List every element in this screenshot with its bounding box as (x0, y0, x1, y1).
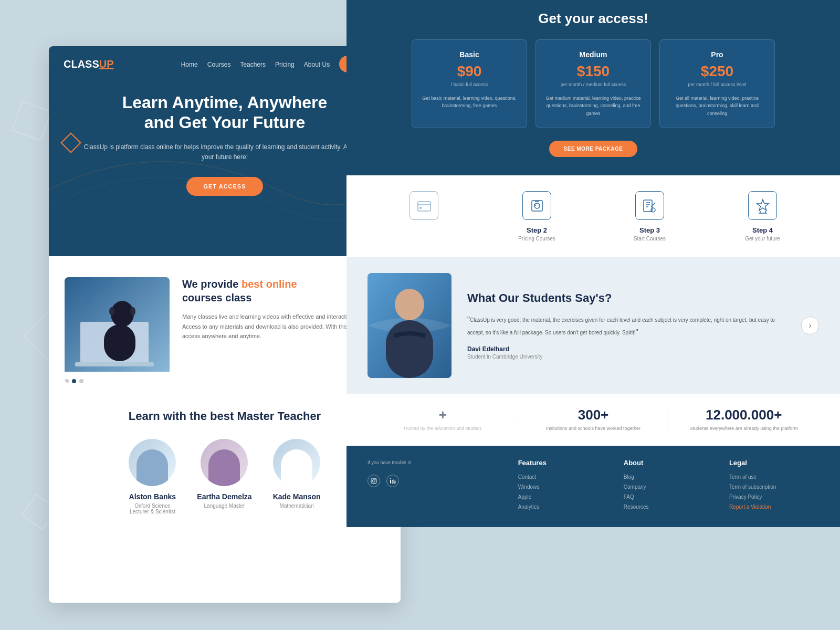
teacher-role-1: Oxford Science Lecturer & Scientist (129, 503, 176, 514)
pricing-card-medium: Medium $150 per month / medium full acce… (536, 39, 651, 128)
bg-decor-1 (12, 101, 52, 141)
teacher-avatar-2 (201, 439, 248, 486)
svg-rect-8 (418, 202, 430, 211)
footer-link-windows[interactable]: Windows (518, 484, 608, 490)
stats-section: + Trusted by the education and student. … (346, 394, 840, 446)
see-more-button[interactable]: SEE MORE PACKAGE (549, 141, 638, 157)
svg-rect-20 (390, 480, 391, 484)
courses-image-placeholder (65, 277, 170, 372)
svg-rect-3 (75, 362, 154, 366)
plan-name-medium: Medium (545, 50, 641, 59)
linkedin-icon[interactable] (386, 475, 399, 487)
courses-image (65, 277, 170, 383)
footer-contact-text: If you have trouble in (368, 459, 502, 466)
svg-rect-16 (386, 320, 433, 378)
step-label-4: Step 4 (706, 226, 819, 234)
footer-link-faq[interactable]: FAQ (624, 494, 713, 500)
footer-left: If you have trouble in (368, 459, 502, 514)
svg-rect-5 (104, 324, 135, 361)
plan-name-pro: Pro (669, 50, 765, 59)
nav-courses[interactable]: Courses (207, 61, 231, 68)
hero-description: ClassUp is platform class online for hel… (80, 142, 369, 162)
testimonial-person-image (368, 273, 452, 378)
step-icon-3 (635, 191, 664, 220)
teacher-avatar-1 (129, 439, 176, 486)
footer-legal-title: Legal (729, 459, 819, 467)
footer-link-report-violation[interactable]: Report a Violation (729, 504, 819, 510)
step-label-3: Step 3 (593, 226, 706, 234)
step-icon-1 (410, 191, 438, 220)
plan-period-basic: / basic full access (422, 82, 517, 87)
get-access-button[interactable]: GET ACCESS (186, 177, 262, 196)
footer-link-apple[interactable]: Apple (518, 494, 608, 500)
svg-point-15 (395, 289, 424, 320)
stat-desc-1: Trusted by the education and student. (368, 425, 518, 433)
teacher-card-2: Eartha Demelza Language Master (197, 439, 251, 514)
logo: CLASSUP (64, 58, 114, 70)
teachers-grid: Alston Banks Oxford Science Lecturer & S… (65, 439, 385, 514)
nav-home[interactable]: Home (181, 61, 198, 68)
teacher-card-3: Kade Manson Mathematician (273, 439, 321, 514)
nav-links: Home Courses Teachers Pricing About Us (181, 59, 330, 69)
teacher-avatar-3 (273, 439, 320, 486)
dot-2[interactable] (72, 379, 76, 383)
teacher-card-1: Alston Banks Oxford Science Lecturer & S… (129, 439, 176, 514)
pricing-card-pro: Pro $250 per month / full access level G… (659, 39, 775, 128)
stat-number-3: 12.000.000+ (668, 407, 819, 423)
footer-features-col: Features Contact Windows Apple Analytics (518, 459, 608, 514)
teacher-role-3: Mathematician (273, 503, 321, 509)
step-item-1 (368, 191, 480, 226)
svg-rect-10 (532, 201, 542, 211)
pricing-title: Get your access! (368, 10, 819, 27)
hero-title: Learn Anytime, Anywhere and Get Your Fut… (80, 92, 369, 133)
footer-link-blog[interactable]: Blog (624, 474, 713, 480)
stat-item-1: + Trusted by the education and student. (368, 407, 518, 433)
plan-desc-basic: Get basic material, learning video, ques… (422, 94, 517, 110)
pricing-cards: Basic $90 / basic full access Get basic … (368, 39, 819, 128)
testimonial-title: What Our Students Say's? (467, 291, 785, 305)
footer: If you have trouble in (346, 446, 840, 527)
stat-item-3: 12.000.000+ Students everywhere are alre… (668, 407, 819, 433)
right-panel: Get your access! Basic $90 / basic full … (346, 0, 840, 630)
teacher-name-1: Alston Banks (129, 492, 176, 501)
nav-pricing[interactable]: Pricing (275, 61, 295, 68)
step-item-3: Step 3 Start Courses (593, 191, 706, 242)
step-sublabel-3: Start Courses (593, 236, 706, 242)
footer-link-privacy[interactable]: Privacy Policy (729, 494, 819, 500)
svg-point-18 (373, 480, 375, 482)
footer-social (368, 475, 502, 487)
footer-link-resources[interactable]: Resources (624, 504, 713, 510)
footer-link-term-use[interactable]: Term of use (729, 474, 819, 480)
teacher-name-2: Eartha Demelza (197, 492, 251, 501)
footer-link-contact[interactable]: Contact (518, 474, 608, 480)
dot-3[interactable] (79, 379, 83, 383)
step-item-2: Step 2 Pricing Courses (480, 191, 593, 242)
dot-1[interactable] (65, 379, 69, 383)
svg-point-6 (109, 307, 114, 316)
plan-desc-pro: Get all material, learning video, practi… (669, 94, 765, 117)
nav-about[interactable]: About Us (304, 61, 330, 68)
instagram-icon[interactable] (368, 475, 380, 487)
logo-class-text: CLASS (64, 58, 99, 70)
svg-point-21 (390, 478, 391, 479)
plan-period-pro: per month / full access level (669, 82, 765, 87)
plan-price-basic: $90 (422, 63, 517, 80)
pricing-section: Get your access! Basic $90 / basic full … (346, 0, 840, 175)
svg-point-13 (651, 208, 655, 212)
stat-desc-2: Insitutions and schools have worked toge… (518, 425, 669, 433)
plan-name-basic: Basic (422, 50, 517, 59)
footer-link-term-subscription[interactable]: Term of subscription (729, 484, 819, 490)
stat-desc-3: Students everywhere are already using th… (668, 425, 819, 433)
nav-teachers[interactable]: Teachers (240, 61, 266, 68)
testimonial-author-name: Davi Edelhard (467, 345, 785, 353)
testimonial-text: What Our Students Say's? ClassUp is very… (467, 291, 785, 360)
testimonial-quote: ClassUp is very good; the material, the … (467, 313, 785, 339)
testimonial-next-button[interactable]: › (801, 317, 819, 334)
footer-link-company[interactable]: Company (624, 484, 713, 490)
footer-link-analytics[interactable]: Analytics (518, 504, 608, 510)
teachers-title: Learn with the best Master Teacher (65, 410, 385, 423)
logo-up-text: UP (99, 58, 114, 70)
stat-item-2: 300+ Insitutions and schools have worked… (518, 407, 669, 433)
footer-about-title: About (624, 459, 713, 467)
stat-number-1: + (368, 407, 518, 423)
